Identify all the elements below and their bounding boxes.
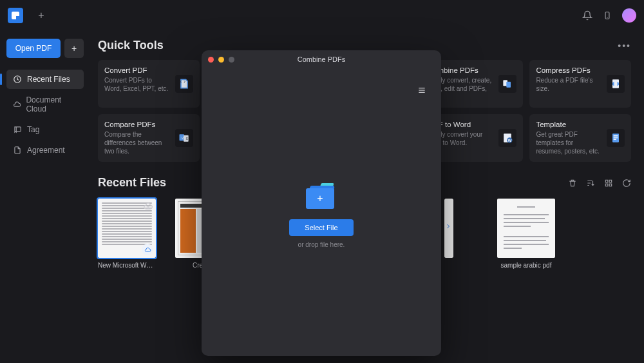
svg-text:W: W bbox=[508, 139, 512, 142]
recent-files-title: Recent Files bbox=[98, 176, 166, 190]
sidebar-item-document-cloud[interactable]: Document Cloud bbox=[6, 90, 84, 119]
svg-rect-19 bbox=[605, 184, 608, 186]
drop-hint-text: or drop file here. bbox=[298, 241, 345, 248]
open-pdf-button[interactable]: Open PDF bbox=[6, 39, 61, 58]
cloud-upload-icon bbox=[143, 201, 153, 211]
quick-tools-title: Quick Tools bbox=[98, 39, 164, 52]
sidebar-item-label: Tag bbox=[27, 125, 39, 134]
combine-icon bbox=[498, 75, 516, 93]
bell-icon[interactable] bbox=[582, 10, 592, 21]
tool-desc: Get great PDF templates for resumes, pos… bbox=[536, 130, 601, 155]
thumbnail bbox=[98, 199, 156, 258]
tag-icon bbox=[13, 125, 22, 134]
phone-icon[interactable] bbox=[603, 11, 612, 20]
sidebar-item-recent-files[interactable]: Recent Files bbox=[6, 70, 84, 89]
sidebar-item-label: Recent Files bbox=[27, 75, 70, 84]
tool-desc: Reduce a PDF file's size. bbox=[536, 76, 601, 93]
modal-title: Combine PDFs bbox=[202, 55, 441, 63]
tool-compare-pdfs[interactable]: Compare PDFs Compare the differences bet… bbox=[98, 114, 200, 162]
app-logo bbox=[8, 8, 23, 23]
thumbnail bbox=[444, 199, 453, 258]
document-icon bbox=[13, 146, 22, 155]
avatar[interactable] bbox=[622, 8, 636, 23]
compare-icon: VS bbox=[175, 129, 193, 147]
menu-icon[interactable] bbox=[417, 85, 427, 98]
recent-item[interactable]: New Microsoft Wo… bbox=[98, 199, 156, 269]
thumbnail bbox=[497, 199, 555, 258]
folder-add-icon: + bbox=[306, 184, 337, 209]
grid-icon[interactable] bbox=[604, 179, 613, 188]
recent-label: sample arabic pdf bbox=[497, 262, 555, 269]
modal-titlebar: Combine PDFs bbox=[202, 50, 441, 68]
cloud-icon bbox=[13, 100, 21, 109]
sort-icon[interactable] bbox=[586, 179, 595, 188]
tool-title: Compress PDFs bbox=[536, 66, 601, 74]
sidebar: Open PDF + Recent Files Document Cloud T… bbox=[0, 31, 90, 363]
svg-rect-4 bbox=[507, 82, 511, 88]
svg-rect-20 bbox=[609, 184, 612, 186]
sidebar-item-agreement[interactable]: Agreement bbox=[6, 141, 84, 160]
new-tab-button[interactable]: + bbox=[33, 8, 49, 23]
convert-icon bbox=[175, 75, 193, 93]
sidebar-item-label: Agreement bbox=[27, 146, 65, 155]
tool-desc: Compare the differences between two file… bbox=[104, 130, 170, 155]
select-file-button[interactable]: Select File bbox=[289, 219, 353, 236]
titlebar: + bbox=[0, 0, 644, 31]
sidebar-item-label: Document Cloud bbox=[26, 95, 77, 113]
new-doc-button[interactable]: + bbox=[64, 39, 84, 58]
tool-convert-pdf[interactable]: Convert PDF Convert PDFs to Word, Excel,… bbox=[98, 60, 200, 108]
more-icon[interactable]: ••• bbox=[618, 41, 631, 51]
tool-title: Template bbox=[536, 121, 601, 128]
svg-rect-17 bbox=[605, 180, 608, 182]
clock-icon bbox=[13, 75, 22, 84]
sidebar-item-tag[interactable]: Tag bbox=[6, 120, 84, 139]
svg-rect-15 bbox=[614, 137, 618, 138]
svg-rect-16 bbox=[614, 139, 616, 140]
tool-desc: Convert PDFs to Word, Excel, PPT, etc. bbox=[104, 76, 170, 93]
tool-title: Convert PDF bbox=[104, 66, 170, 74]
recent-item[interactable]: sample arabic pdf bbox=[497, 199, 555, 269]
template-icon bbox=[607, 129, 625, 147]
tool-compress-pdfs[interactable]: Compress PDFs Reduce a PDF file's size. bbox=[529, 60, 631, 108]
word-icon: W bbox=[498, 129, 516, 147]
delete-icon[interactable] bbox=[568, 179, 577, 188]
recent-label: New Microsoft Wo… bbox=[98, 262, 156, 269]
svg-rect-14 bbox=[614, 135, 618, 137]
tool-template[interactable]: Template Get great PDF templates for res… bbox=[529, 114, 631, 162]
combine-pdfs-modal: Combine PDFs + Select File or drop file … bbox=[202, 50, 441, 356]
refresh-icon[interactable] bbox=[622, 179, 631, 188]
drop-zone[interactable]: + Select File or drop file here. bbox=[289, 76, 353, 356]
svg-rect-18 bbox=[609, 180, 612, 182]
tool-title: Compare PDFs bbox=[104, 121, 170, 128]
cloud-badge-icon bbox=[142, 244, 153, 255]
compress-icon bbox=[607, 75, 625, 93]
